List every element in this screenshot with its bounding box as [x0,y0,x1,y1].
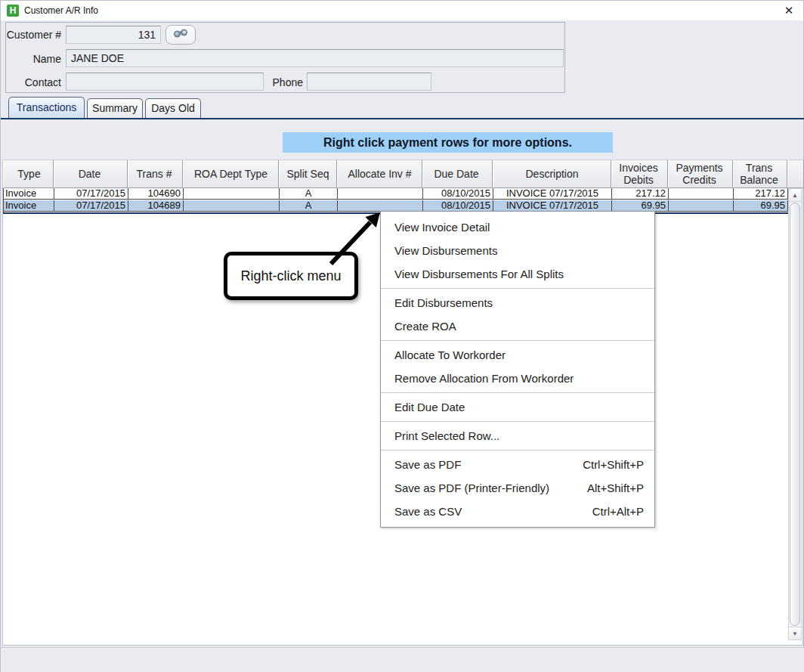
menu-shortcut: Alt+Shift+P [587,476,644,500]
cell-payments-credits [669,188,734,200]
vertical-scrollbar[interactable]: ▲ ▼ [788,188,802,640]
column-header-stub [787,159,804,188]
tab-days-old[interactable]: Days Old [145,98,201,118]
column-header-description[interactable]: Description [493,159,611,188]
tab-underline [1,118,804,119]
cell-type: Invoice [4,200,54,212]
notice-banner: Right click payment rows for more option… [283,132,613,153]
title-bar: H Customer A/R Info ✕ [1,1,803,20]
menu-item-save-as-pdf[interactable]: Save as PDFCtrl+Shift+P [381,453,654,476]
column-header-date[interactable]: Date [54,159,128,188]
column-header-due-date[interactable]: Due Date [422,159,493,188]
column-header-roa-dept-type[interactable]: ROA Dept Type [183,159,279,188]
menu-item-print-selected-row[interactable]: Print Selected Row... [381,424,654,447]
cell-description: INVOICE 07/17/2015 [493,188,612,200]
cell-trans-balance: 217.12 [734,188,788,200]
column-header-trans-balance[interactable]: TransBalance [733,159,787,188]
cell-trans-num: 104689 [128,200,184,212]
cell-date: 07/17/2015 [54,200,128,212]
menu-separator [381,288,654,289]
menu-item-save-as-pdf-printer-friendly[interactable]: Save as PDF (Printer-Friendly)Alt+Shift+… [381,476,654,500]
column-header-split-seq[interactable]: Split Seq [279,159,337,188]
cell-due-date: 08/10/2015 [423,200,493,212]
cell-trans-balance: 69.95 [734,200,788,212]
table-body: Invoice 07/17/2015 104690 A 08/10/2015 I… [3,188,788,214]
footer-bar: Change Search Criteria [1,647,804,672]
cell-type: Invoice [4,188,54,200]
cell-roa-dept-type [184,188,280,200]
menu-item-view-disbursements-all-splits[interactable]: View Disbursements For All Splits [381,262,654,286]
menu-item-view-invoice-detail[interactable]: View Invoice Detail [381,215,654,239]
cell-split-seq: A [280,188,338,200]
menu-separator [381,450,654,451]
annotation-callout: Right-click menu [224,252,358,300]
customer-number-field[interactable]: 131 [66,26,161,44]
tab-summary[interactable]: Summary [87,98,143,118]
name-label: Name [1,53,61,65]
column-header-trans-num[interactable]: Trans # [128,159,183,188]
menu-shortcut: Ctrl+Alt+P [592,500,644,523]
close-icon[interactable]: ✕ [781,3,797,18]
menu-item-edit-due-date[interactable]: Edit Due Date [381,395,654,419]
scrollbar-thumb[interactable] [790,203,800,626]
customer-ar-info-window: H Customer A/R Info ✕ Customer # 131 Nam… [0,0,804,672]
phone-field[interactable] [307,73,431,91]
contact-label: Contact [1,76,61,88]
annotation-label: Right-click menu [240,268,341,284]
table-header-row: Type Date Trans # ROA Dept Type Split Se… [3,159,804,188]
cell-split-seq: A [280,200,338,212]
cell-invoices-debits: 217.12 [612,188,669,200]
cell-allocate-inv [338,200,423,212]
column-header-invoices-debits[interactable]: InvoicesDebits [611,159,668,188]
phone-label: Phone [250,76,303,88]
menu-item-create-roa[interactable]: Create ROA [381,314,654,338]
app-logo-icon: H [7,5,19,17]
menu-item-allocate-to-workorder[interactable]: Allocate To Workorder [381,343,654,367]
menu-separator [381,421,654,422]
menu-item-view-disbursements[interactable]: View Disbursements [381,239,654,262]
cell-date: 07/17/2015 [54,188,128,200]
customer-number-label: Customer # [1,29,61,41]
menu-separator [381,392,654,393]
scroll-up-icon[interactable]: ▲ [789,189,801,202]
binoculars-icon [172,28,189,42]
cell-allocate-inv [338,188,423,200]
scroll-down-icon[interactable]: ▼ [789,627,801,639]
customer-lookup-button[interactable] [165,25,196,45]
menu-item-save-as-csv[interactable]: Save as CSVCtrl+Alt+P [381,500,654,523]
menu-separator [381,340,654,341]
cell-roa-dept-type [184,200,280,212]
column-header-allocate-inv[interactable]: Allocate Inv # [337,159,422,188]
menu-item-edit-disbursements[interactable]: Edit Disbursements [381,291,654,314]
tab-transactions[interactable]: Transactions [8,97,85,118]
name-field[interactable]: JANE DOE [66,49,564,67]
cell-payments-credits [669,200,734,212]
menu-item-remove-allocation[interactable]: Remove Allocation From Workorder [381,367,654,390]
cell-invoices-debits: 69.95 [612,200,669,212]
cell-trans-num: 104690 [128,188,184,200]
cell-due-date: 08/10/2015 [423,188,493,200]
context-menu: View Invoice Detail View Disbursements V… [380,211,655,528]
contact-field[interactable] [66,73,264,91]
cell-description: INVOICE 07/17/2015 [493,200,612,212]
window-title: Customer A/R Info [24,5,98,16]
column-header-payments-credits[interactable]: PaymentsCredits [668,159,733,188]
table-row[interactable]: Invoice 07/17/2015 104690 A 08/10/2015 I… [3,188,788,200]
menu-shortcut: Ctrl+Shift+P [583,453,644,476]
column-header-type[interactable]: Type [3,159,54,188]
